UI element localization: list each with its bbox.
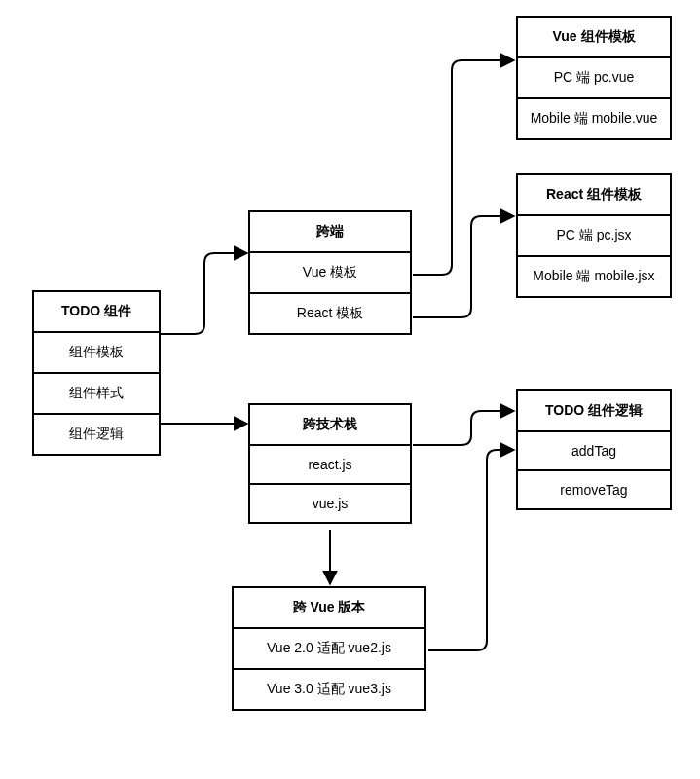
node-row: Vue 模板: [250, 251, 410, 292]
node-cross-platform: 跨端 Vue 模板 React 模板: [248, 210, 412, 335]
node-row: PC 端 pc.jsx: [518, 214, 670, 255]
node-row: vue.js: [250, 483, 410, 522]
node-row: Mobile 端 mobile.vue: [518, 97, 670, 138]
node-cross-vue-version: 跨 Vue 版本 Vue 2.0 适配 vue2.js Vue 3.0 适配 v…: [232, 586, 426, 711]
node-todo-logic: TODO 组件逻辑 addTag removeTag: [516, 390, 672, 510]
node-title: Vue 组件模板: [518, 18, 670, 56]
node-row: Mobile 端 mobile.jsx: [518, 255, 670, 296]
node-title: TODO 组件: [34, 292, 159, 331]
node-row: React 模板: [250, 292, 410, 333]
node-title: 跨 Vue 版本: [234, 588, 424, 627]
node-row: Vue 2.0 适配 vue2.js: [234, 627, 424, 668]
node-title: 跨端: [250, 212, 410, 251]
node-row: react.js: [250, 444, 410, 483]
node-row: Vue 3.0 适配 vue3.js: [234, 668, 424, 709]
node-row: addTag: [518, 430, 670, 469]
node-row: 组件逻辑: [34, 413, 159, 454]
node-todo-component: TODO 组件 组件模板 组件样式 组件逻辑: [32, 290, 161, 456]
node-cross-stack: 跨技术栈 react.js vue.js: [248, 403, 412, 524]
node-vue-template: Vue 组件模板 PC 端 pc.vue Mobile 端 mobile.vue: [516, 16, 672, 140]
node-title: 跨技术栈: [250, 405, 410, 444]
node-row: 组件模板: [34, 331, 159, 372]
node-title: TODO 组件逻辑: [518, 391, 670, 430]
node-row: removeTag: [518, 469, 670, 508]
node-row: PC 端 pc.vue: [518, 56, 670, 97]
node-row: 组件样式: [34, 372, 159, 413]
node-react-template: React 组件模板 PC 端 pc.jsx Mobile 端 mobile.j…: [516, 173, 672, 298]
node-title: React 组件模板: [518, 175, 670, 214]
